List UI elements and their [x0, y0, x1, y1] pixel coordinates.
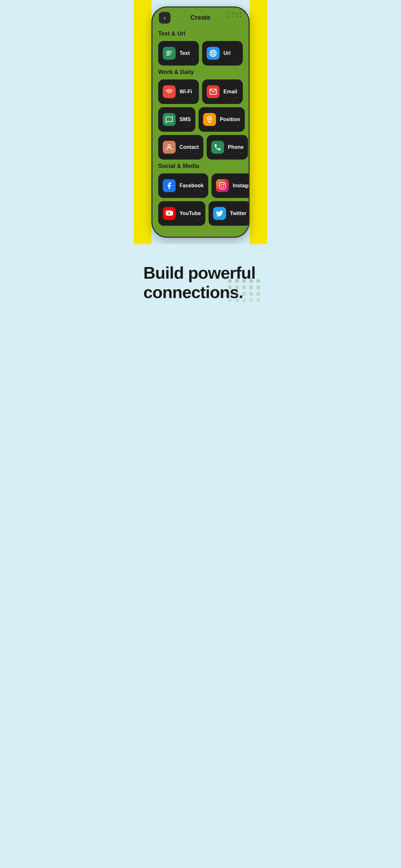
phone-frame: ‹ Create Text & Url — [151, 6, 250, 238]
grid-social-2: YouTube Twitter — [158, 201, 243, 226]
back-chevron-icon: ‹ — [164, 15, 166, 21]
twitter-icon — [213, 207, 226, 220]
item-facebook-label: Facebook — [180, 183, 204, 189]
item-url-label: Url — [223, 51, 230, 56]
svg-point-12 — [221, 184, 224, 187]
section-label-text-url: Text & Url — [158, 30, 243, 37]
facebook-icon — [163, 179, 176, 192]
item-text[interactable]: Text — [158, 41, 199, 66]
item-email-label: Email — [223, 89, 237, 95]
item-wifi-label: Wi-Fi — [180, 89, 192, 95]
bottom-section: Build powerful connections. — [134, 244, 267, 328]
section-social-media: Social & Media Facebook In — [158, 163, 243, 226]
item-text-label: Text — [180, 51, 190, 56]
grid-social-1: Facebook Instagram — [158, 174, 243, 198]
svg-point-5 — [212, 50, 214, 57]
wifi-icon — [163, 85, 176, 98]
item-twitter[interactable]: Twitter — [209, 201, 250, 226]
item-phone-label: Phone — [228, 144, 244, 150]
item-email[interactable]: Email — [202, 80, 243, 104]
sms-icon — [163, 113, 176, 126]
item-instagram-label: Instagram — [233, 183, 250, 189]
svg-rect-11 — [219, 182, 226, 189]
svg-rect-2 — [166, 54, 172, 54]
section-text-url: Text & Url Text Url — [158, 30, 243, 66]
decorative-dots — [228, 12, 242, 18]
svg-rect-3 — [166, 55, 169, 56]
back-button[interactable]: ‹ — [159, 12, 171, 24]
section-label-social-media: Social & Media — [158, 163, 243, 169]
item-instagram[interactable]: Instagram — [212, 174, 250, 198]
section-label-work-daily: Work & Daily — [158, 69, 243, 75]
item-sms-label: SMS — [180, 117, 191, 122]
hero-section: ‹ Create Text & Url — [134, 0, 267, 244]
grid-row-1: Wi-Fi Email — [158, 80, 243, 104]
svg-rect-1 — [166, 52, 171, 53]
item-phone[interactable]: Phone — [207, 135, 248, 159]
item-position-label: Position — [220, 117, 240, 122]
svg-rect-0 — [166, 51, 172, 52]
item-facebook[interactable]: Facebook — [158, 174, 208, 198]
email-icon — [207, 85, 220, 98]
item-sms[interactable]: SMS — [158, 107, 195, 132]
decorative-dots-bottom — [228, 279, 261, 302]
item-url[interactable]: Url — [202, 41, 243, 66]
item-contact[interactable]: Contact — [158, 135, 204, 159]
svg-point-13 — [224, 183, 225, 184]
phone-header: ‹ Create — [152, 7, 249, 25]
svg-point-9 — [209, 118, 211, 120]
phone-icon — [211, 141, 224, 154]
svg-point-4 — [210, 50, 216, 57]
url-icon — [207, 47, 220, 60]
item-youtube-label: YouTube — [180, 211, 201, 216]
contact-icon — [163, 141, 176, 154]
item-twitter-label: Twitter — [230, 211, 246, 216]
text-icon — [163, 47, 176, 60]
item-contact-label: Contact — [180, 144, 199, 150]
item-wifi[interactable]: Wi-Fi — [158, 80, 199, 104]
section-work-daily: Work & Daily Wi-Fi Email — [158, 69, 243, 159]
grid-row-3: Contact Phone — [158, 135, 243, 159]
page-title: Create — [190, 14, 211, 21]
item-position[interactable]: Position — [198, 107, 245, 132]
position-icon — [203, 113, 216, 126]
grid-row-2: SMS Position — [158, 107, 243, 132]
instagram-icon — [216, 179, 229, 192]
grid-text-url: Text Url — [158, 41, 243, 66]
youtube-icon — [163, 207, 176, 220]
phone-content: Text & Url Text Url — [152, 25, 249, 237]
svg-point-10 — [168, 145, 171, 147]
item-youtube[interactable]: YouTube — [158, 201, 205, 226]
phone-wrapper: ‹ Create Text & Url — [134, 0, 267, 244]
